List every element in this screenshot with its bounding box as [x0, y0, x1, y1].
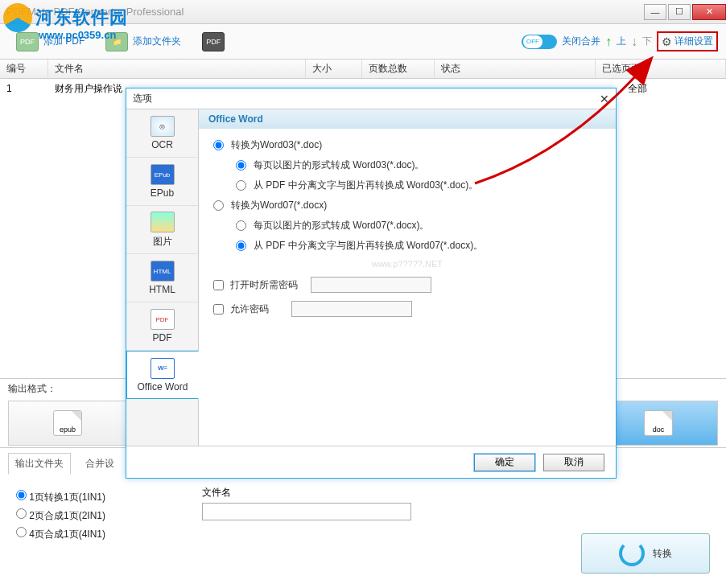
- tab-pdf[interactable]: PDFPDF: [126, 302, 198, 351]
- detail-settings-highlighted: ⚙ 详细设置: [657, 31, 718, 51]
- panel-title: Office Word: [199, 109, 616, 129]
- col-filename[interactable]: 文件名: [48, 60, 306, 78]
- open-password-input[interactable]: [311, 277, 431, 293]
- opt-word03-image[interactable]: 每页以图片的形式转成 Word03(*.doc)。: [236, 158, 601, 172]
- opt-word03[interactable]: 转换为Word03(*.doc): [213, 138, 601, 152]
- page-layout-radios: 1页转换1页(1IN1) 2页合成1页(2IN1) 4页合成1页(4IN1): [16, 486, 105, 545]
- col-size[interactable]: 大小: [306, 60, 362, 78]
- move-down-icon[interactable]: ↓: [631, 35, 637, 49]
- col-pages[interactable]: 页数总数: [362, 60, 435, 78]
- main-toolbar: PDF 添加 PDF 📁 添加文件夹 PDF 关闭合并 ↑ 上 ↓ 下 ⚙ 详细…: [0, 24, 726, 60]
- titlebar: PDFMate PDF Converter Professional — ☐ ✕: [0, 0, 726, 24]
- filename-group: 文件名: [202, 486, 411, 545]
- add-folder-button[interactable]: 📁 添加文件夹: [97, 29, 189, 55]
- ocr-icon: ◎: [151, 116, 175, 137]
- epub-tab-icon: EPub: [151, 164, 175, 185]
- filename-label: 文件名: [202, 486, 411, 500]
- add-folder-icon: 📁: [105, 32, 128, 51]
- file-list-header: 编号 文件名 大小 页数总数 状态 已选页面: [0, 60, 726, 79]
- merge-toggle[interactable]: [522, 35, 557, 49]
- move-up-button[interactable]: 上: [617, 35, 626, 48]
- dialog-titlebar: 选项 ✕: [126, 88, 616, 109]
- panel-watermark: www.p?????.NET: [213, 259, 601, 269]
- minimize-button[interactable]: —: [644, 4, 666, 20]
- epub-icon: epub: [53, 410, 82, 436]
- dialog-side-tabs: ◎OCR EPubEPub 图片 HTMLHTML PDFPDF W≡Offic…: [126, 109, 199, 446]
- word-tab-icon: W≡: [151, 358, 175, 379]
- row-number: 1: [0, 83, 48, 94]
- options-dialog: 选项 ✕ ◎OCR EPubEPub 图片 HTMLHTML PDFPDF W≡…: [126, 88, 617, 479]
- app-title: PDFMate PDF Converter Professional: [6, 6, 642, 18]
- tab-epub[interactable]: EPubEPub: [126, 158, 198, 206]
- opt-word07-split[interactable]: 从 PDF 中分离文字与图片再转换成 Word07(*.docx)。: [236, 239, 601, 253]
- layout-4in1[interactable]: 4页合成1页(4IN1): [16, 527, 105, 541]
- move-up-icon[interactable]: ↑: [605, 35, 612, 49]
- image-tab-icon: [151, 212, 175, 232]
- add-pdf-button[interactable]: PDF 添加 PDF: [8, 29, 93, 55]
- filename-input[interactable]: [202, 503, 411, 520]
- cancel-button[interactable]: 取消: [543, 454, 604, 471]
- dialog-close-icon[interactable]: ✕: [600, 93, 609, 105]
- convert-button[interactable]: 转换: [581, 533, 710, 574]
- move-down-button[interactable]: 下: [642, 35, 652, 48]
- col-status[interactable]: 状态: [435, 60, 596, 78]
- dialog-panel: Office Word 转换为Word03(*.doc) 每页以图片的形式转成 …: [199, 109, 616, 446]
- opt-word03-split[interactable]: 从 PDF 中分离文字与图片再转换成 Word03(*.doc)。: [236, 179, 601, 192]
- doc-icon: doc: [644, 410, 673, 436]
- opt-word07[interactable]: 转换为Word07(*.docx): [213, 199, 601, 212]
- open-password-check[interactable]: 打开时所需密码: [213, 277, 601, 293]
- close-merge-link[interactable]: 关闭合并: [562, 35, 600, 48]
- pdf-tool-button[interactable]: PDF: [194, 29, 233, 55]
- close-button[interactable]: ✕: [692, 4, 726, 20]
- allow-password-check[interactable]: 允许密码: [213, 301, 601, 317]
- row-selected-pages: 全部: [621, 82, 726, 96]
- format-epub-button[interactable]: epub: [9, 401, 127, 445]
- merge-settings-tab[interactable]: 合并设: [79, 454, 121, 474]
- ok-button[interactable]: 确定: [474, 454, 535, 471]
- convert-icon: [619, 541, 645, 566]
- col-selected[interactable]: 已选页面: [596, 60, 726, 78]
- opt-word07-image[interactable]: 每页以图片的形式转成 Word07(*.docx)。: [236, 219, 601, 232]
- add-pdf-icon: PDF: [16, 32, 39, 51]
- tab-ocr[interactable]: ◎OCR: [126, 109, 198, 158]
- detail-settings-button[interactable]: 详细设置: [674, 35, 713, 48]
- tab-html[interactable]: HTMLHTML: [126, 254, 198, 302]
- layout-2in1[interactable]: 2页合成1页(2IN1): [16, 508, 105, 523]
- layout-1in1[interactable]: 1页转换1页(1IN1): [16, 490, 105, 504]
- allow-password-input[interactable]: [291, 301, 412, 317]
- col-number[interactable]: 编号: [0, 60, 48, 78]
- gear-icon[interactable]: ⚙: [662, 35, 672, 48]
- pdf-tab-icon: PDF: [151, 309, 175, 330]
- dialog-footer: 确定 取消: [126, 446, 616, 478]
- tab-image[interactable]: 图片: [126, 206, 198, 254]
- maximize-button[interactable]: ☐: [668, 4, 691, 20]
- pdf-dark-icon: PDF: [202, 32, 225, 51]
- tab-office-word[interactable]: W≡Office Word: [126, 351, 199, 399]
- dialog-title: 选项: [133, 92, 600, 105]
- output-folder-tab[interactable]: 输出文件夹: [8, 453, 71, 475]
- html-tab-icon: HTML: [151, 261, 175, 282]
- format-doc-button[interactable]: doc: [600, 401, 717, 445]
